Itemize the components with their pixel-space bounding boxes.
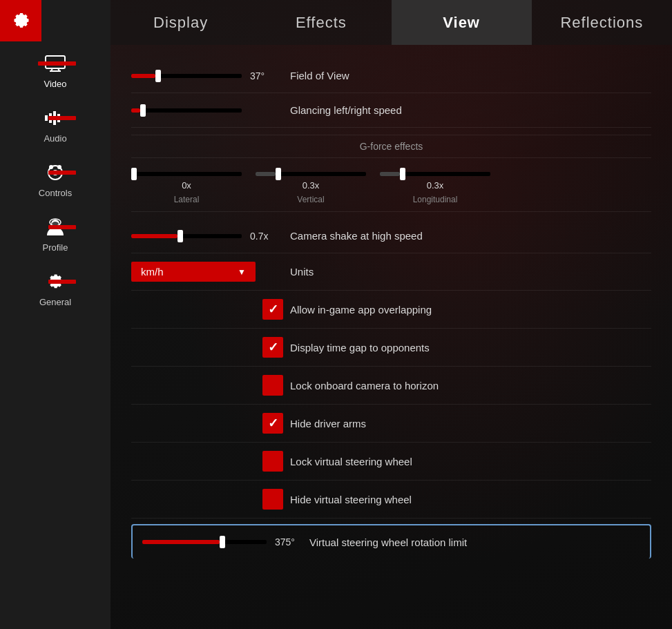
- hide-wheel-checkbox-area: [131, 489, 283, 510]
- sidebar-bar-audio: [48, 116, 76, 120]
- hide-arms-checkbox[interactable]: ✓: [262, 413, 283, 434]
- top-tabs: Display Effects View Reflections: [111, 0, 672, 45]
- sidebar-item-profile[interactable]: Profile: [0, 205, 111, 260]
- gforce-longitudinal-thumb[interactable]: [400, 168, 405, 180]
- video-icon-area: [35, 51, 76, 76]
- shake-label: Camera shake at high speed: [290, 230, 423, 242]
- fov-slider-container: 37°: [131, 70, 283, 81]
- gforce-longitudinal-track[interactable]: [380, 172, 490, 176]
- fov-value: 37°: [250, 70, 278, 81]
- row-allow-overlap: ✓ Allow in-game app overlapping: [131, 291, 651, 329]
- rotation-slider-container: 375°: [142, 536, 303, 548]
- units-label: Units: [290, 266, 314, 278]
- allow-overlap-checkbox[interactable]: ✓: [262, 299, 283, 320]
- checkmark-icon-2: ✓: [268, 340, 278, 355]
- gforce-vertical-value: 0.3x: [303, 180, 320, 191]
- shake-value: 0.7x: [250, 231, 278, 242]
- sidebar-active-bar-video: [38, 61, 76, 66]
- rotation-label: Virtual steering wheel rotation limit: [309, 536, 467, 548]
- sidebar-label-controls: Controls: [39, 188, 72, 198]
- shake-slider-track[interactable]: [131, 234, 242, 238]
- row-time-gap: ✓ Display time gap to opponents: [131, 329, 651, 367]
- gforce-vertical-track[interactable]: [256, 172, 366, 176]
- gforce-title: G-force effects: [131, 135, 651, 158]
- gforce-longitudinal-label: Longitudinal: [413, 195, 458, 204]
- svg-rect-4: [45, 115, 48, 121]
- row-camera-shake: 0.7x Camera shake at high speed: [131, 219, 651, 253]
- gear-icon: [10, 10, 32, 32]
- tab-display[interactable]: Display: [111, 0, 251, 45]
- shake-slider-container: 0.7x: [131, 231, 283, 242]
- lock-wheel-checkbox-area: [131, 451, 283, 472]
- glancing-slider-thumb[interactable]: [140, 104, 146, 117]
- lock-wheel-checkbox[interactable]: [262, 451, 283, 472]
- sidebar-bar-general: [48, 280, 76, 284]
- units-dropdown-container: km/h ▼: [131, 262, 283, 282]
- glancing-label: Glancing left/right speed: [290, 104, 402, 116]
- gforce-lateral-value: 0x: [182, 180, 191, 191]
- sidebar-item-controls[interactable]: Controls: [0, 151, 111, 205]
- row-field-of-view: 37° Field of View: [131, 59, 651, 93]
- gforce-vertical-label: Vertical: [297, 195, 324, 204]
- gforce-lateral-thumb[interactable]: [131, 168, 137, 180]
- gforce-vertical-fill: [256, 172, 276, 176]
- glancing-slider-fill: [131, 108, 140, 113]
- row-lock-camera: Lock onboard camera to horizon: [131, 367, 651, 405]
- shake-slider-thumb[interactable]: [177, 230, 183, 242]
- sidebar-item-audio[interactable]: Audio: [0, 96, 111, 151]
- lock-camera-checkbox[interactable]: [262, 375, 283, 396]
- hide-wheel-label: Hide virtual steering wheel: [290, 494, 412, 505]
- time-gap-checkbox[interactable]: ✓: [262, 337, 283, 358]
- hide-wheel-checkbox[interactable]: [262, 489, 283, 510]
- sidebar-label-audio: Audio: [44, 133, 66, 144]
- lock-camera-checkbox-area: [131, 375, 283, 396]
- svg-point-12: [57, 165, 61, 169]
- row-wheel-rotation: 375° Virtual steering wheel rotation lim…: [131, 524, 651, 559]
- time-gap-label: Display time gap to opponents: [290, 342, 430, 354]
- rotation-slider-track[interactable]: [142, 540, 267, 544]
- checkmark-icon-3: ✓: [268, 416, 278, 431]
- gforce-lateral: 0x Lateral: [131, 172, 242, 204]
- glancing-slider-track[interactable]: [131, 108, 242, 113]
- row-units: km/h ▼ Units: [131, 253, 651, 291]
- row-lock-virtual-wheel: Lock virtual steering wheel: [131, 443, 651, 481]
- row-hide-virtual-wheel: Hide virtual steering wheel: [131, 481, 651, 519]
- main-content: 37° Field of View Glancing left/right sp…: [111, 45, 672, 629]
- gforce-lateral-label: Lateral: [174, 195, 200, 204]
- gforce-vertical-thumb[interactable]: [276, 168, 281, 180]
- overlap-checkbox-area: ✓: [131, 299, 283, 320]
- sidebar-label-video: Video: [44, 79, 66, 89]
- sidebar-item-video[interactable]: Video: [0, 41, 111, 96]
- fov-slider-fill: [131, 74, 155, 78]
- glancing-slider-container: [131, 108, 283, 113]
- audio-icon-area: [35, 106, 76, 130]
- tab-effects[interactable]: Effects: [251, 0, 391, 45]
- dropdown-chevron-icon: ▼: [238, 267, 246, 277]
- fov-slider-thumb[interactable]: [155, 70, 161, 82]
- fov-slider-track[interactable]: [131, 74, 242, 78]
- gforce-longitudinal-fill: [380, 172, 400, 176]
- overlap-label: Allow in-game app overlapping: [290, 304, 432, 316]
- lock-wheel-label: Lock virtual steering wheel: [290, 456, 412, 467]
- sidebar-bar-profile: [48, 225, 76, 229]
- units-dropdown[interactable]: km/h ▼: [131, 262, 256, 282]
- gforce-lateral-track[interactable]: [131, 172, 242, 176]
- tab-view[interactable]: View: [392, 0, 532, 45]
- tab-reflections[interactable]: Reflections: [532, 0, 672, 45]
- rotation-slider-fill: [142, 540, 220, 544]
- row-hide-arms: ✓ Hide driver arms: [131, 405, 651, 443]
- gforce-section: G-force effects 0x Lateral 0.3x Vertical: [131, 128, 651, 219]
- sidebar: Video Audio Controls: [0, 0, 111, 629]
- sidebar-logo: [0, 0, 41, 41]
- rotation-slider-thumb[interactable]: [220, 536, 225, 548]
- row-glancing-speed: Glancing left/right speed: [131, 93, 651, 128]
- time-gap-checkbox-area: ✓: [131, 337, 283, 358]
- sidebar-item-general[interactable]: General: [0, 260, 111, 314]
- svg-point-11: [49, 165, 53, 169]
- rotation-value: 375°: [275, 536, 303, 548]
- gforce-sliders: 0x Lateral 0.3x Vertical 0.3x Longitud: [131, 165, 651, 212]
- hide-arms-checkbox-area: ✓: [131, 413, 283, 434]
- gforce-longitudinal-value: 0.3x: [427, 180, 444, 191]
- fov-label: Field of View: [290, 70, 349, 81]
- general-icon-area: [35, 269, 76, 294]
